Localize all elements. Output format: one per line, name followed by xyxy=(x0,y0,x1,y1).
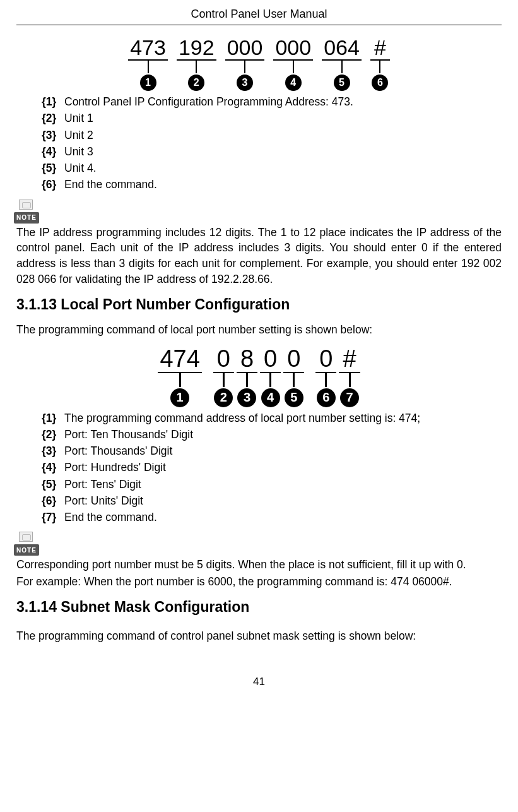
note-icon: NOTE xyxy=(14,532,39,556)
diagram-segment-index: 6 xyxy=(372,75,388,91)
diagram-segment-index: 6 xyxy=(317,388,336,407)
body-paragraph: The programming command of control panel… xyxy=(16,628,502,644)
list-item: {6}Port: Units' Digit xyxy=(42,493,502,509)
diagram-segment-index: 4 xyxy=(285,75,302,91)
diagram-segment-text: # xyxy=(339,347,360,373)
diagram-segment-index: 2 xyxy=(214,388,233,407)
page-number: 41 xyxy=(16,676,502,688)
note-icon: NOTE xyxy=(14,200,39,224)
diagram-segment-index: 1 xyxy=(140,75,156,91)
diagram-segment-text: 000 xyxy=(273,37,313,61)
list-item: {6}End the command. xyxy=(42,176,502,193)
local-port-legend: {1}The programming command address of lo… xyxy=(16,409,502,528)
diagram-segment: 000 4 xyxy=(273,37,313,91)
diagram-segment-text: 0 xyxy=(315,347,336,373)
diagram-segment-text: 0 xyxy=(213,347,234,373)
diagram-segment-index: 5 xyxy=(334,75,350,91)
list-item: {1}Control Panel IP Configuration Progra… xyxy=(42,93,502,110)
diagram-segment: 0 6 xyxy=(315,347,336,407)
diagram-segment-index: 1 xyxy=(170,388,189,407)
body-paragraph: For example: When the port number is 600… xyxy=(16,574,502,590)
diagram-segment-index: 3 xyxy=(237,388,256,407)
diagram-segment-text: 8 xyxy=(237,347,257,373)
list-item: {5}Unit 4. xyxy=(42,160,502,176)
diagram-segment: 473 1 xyxy=(128,37,168,91)
note-paragraph: The IP address programming includes 12 d… xyxy=(16,225,502,287)
diagram-segment-text: 474 xyxy=(158,347,201,373)
list-item: {3}Unit 2 xyxy=(42,127,502,143)
diagram-segment: 0 4 xyxy=(260,347,281,407)
diagram-segment-text: 0 xyxy=(260,347,281,373)
note-paragraph: Corresponding port number must be 5 digi… xyxy=(16,557,502,573)
diagram-segment: 8 3 xyxy=(237,347,257,407)
diagram-segment-text: 473 xyxy=(128,37,168,61)
diagram-segment-text: 192 xyxy=(177,37,216,61)
list-item: {4}Unit 3 xyxy=(42,143,502,160)
diagram-segment: 000 3 xyxy=(225,37,265,91)
diagram-segment: # 7 xyxy=(339,347,360,407)
diagram-segment-text: 0 xyxy=(283,347,304,373)
local-port-diagram: 474 1 0 2 8 3 0 4 0 5 0 6 # 7 xyxy=(16,347,502,407)
header-title: Control Panel User Manual xyxy=(16,8,502,25)
diagram-segment-text: 064 xyxy=(322,37,362,61)
list-item: {1}The programming command address of lo… xyxy=(42,410,502,426)
list-item: {4}Port: Hundreds' Digit xyxy=(42,459,502,475)
diagram-segment-index: 4 xyxy=(261,388,280,407)
list-item: {7}End the command. xyxy=(42,509,502,525)
diagram-segment-index: 7 xyxy=(340,388,359,407)
diagram-segment: # 6 xyxy=(370,37,390,91)
diagram-segment: 0 2 xyxy=(213,347,234,407)
list-item: {5}Port: Tens' Digit xyxy=(42,476,502,493)
ip-config-diagram: 473 1 192 2 000 3 000 4 064 5 # 6 xyxy=(16,37,502,91)
diagram-segment-text: 000 xyxy=(225,37,265,61)
list-item: {2}Unit 1 xyxy=(42,110,502,126)
diagram-segment: 064 5 xyxy=(322,37,362,91)
ip-config-legend: {1}Control Panel IP Configuration Progra… xyxy=(16,92,502,196)
diagram-segment: 474 1 xyxy=(158,347,201,407)
diagram-segment: 192 2 xyxy=(177,37,216,91)
diagram-segment-index: 3 xyxy=(237,75,253,91)
diagram-segment-index: 2 xyxy=(188,75,204,91)
list-item: {3}Port: Thousands' Digit xyxy=(42,443,502,459)
section-heading-subnet-mask: 3.1.14 Subnet Mask Configuration xyxy=(16,599,502,616)
body-paragraph: The programming command of local port nu… xyxy=(16,322,502,338)
diagram-segment-index: 5 xyxy=(285,388,303,407)
section-heading-local-port: 3.1.13 Local Port Number Configuration xyxy=(16,296,502,313)
diagram-segment-text: # xyxy=(370,37,390,61)
list-item: {2}Port: Ten Thousands' Digit xyxy=(42,426,502,443)
diagram-segment: 0 5 xyxy=(283,347,304,407)
